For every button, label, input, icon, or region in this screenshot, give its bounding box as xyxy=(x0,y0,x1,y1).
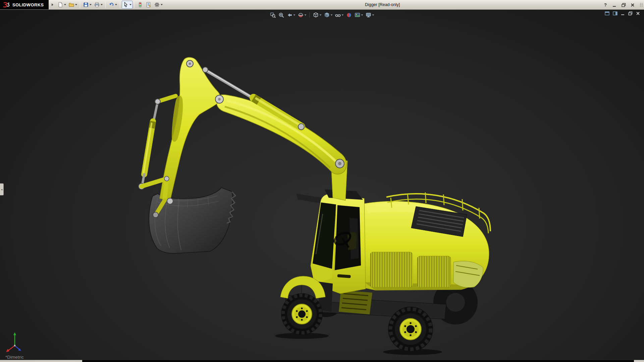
zoom-to-area-button[interactable] xyxy=(278,12,285,18)
rebuild-button[interactable] xyxy=(136,1,144,9)
options-button[interactable] xyxy=(153,1,164,9)
headsup-view-toolbar xyxy=(270,12,375,18)
titlebar: SOLIDWORKS xyxy=(0,0,644,10)
print-dropdown-icon[interactable] xyxy=(101,4,103,5)
doc-restore-button[interactable] xyxy=(628,11,633,15)
doc-window-left-icon xyxy=(605,11,609,15)
file-properties-icon xyxy=(146,2,152,8)
toolbar-separator xyxy=(120,2,120,8)
brand-text: SOLIDWORKS xyxy=(12,2,44,7)
select-dropdown-icon[interactable] xyxy=(129,4,131,5)
previous-view-dropdown-icon[interactable] xyxy=(293,14,296,16)
undo-icon xyxy=(108,2,114,8)
side-grille-left[interactable] xyxy=(370,252,413,287)
bottom-scrollbar[interactable] xyxy=(0,360,644,362)
view-orientation-icon xyxy=(313,12,319,18)
view-orientation-label: *Dimetric xyxy=(5,355,24,360)
side-grille-right[interactable] xyxy=(417,256,451,287)
window-title: Digger [Read-only] xyxy=(365,2,400,7)
zoom-to-area-icon xyxy=(278,12,284,18)
collapse-arrow-icon: ◂ xyxy=(1,188,2,191)
view-settings-icon xyxy=(366,12,372,18)
new-document-button[interactable] xyxy=(56,1,67,9)
doc-minimize-button[interactable] xyxy=(621,11,625,15)
cab-roof-visor[interactable] xyxy=(297,194,321,203)
display-style-button[interactable] xyxy=(324,12,333,18)
doc-close-button[interactable] xyxy=(636,11,640,15)
digger-stick[interactable] xyxy=(160,57,223,201)
rebuild-icon xyxy=(137,2,143,8)
toolbar-expand-icon[interactable] xyxy=(52,3,53,6)
rear-window[interactable] xyxy=(453,261,483,288)
digger-model[interactable] xyxy=(0,10,644,360)
display-style-icon xyxy=(324,12,330,18)
apply-scene-button[interactable] xyxy=(354,12,364,18)
hide-show-items-dropdown-icon[interactable] xyxy=(342,14,344,16)
toolbar-separator xyxy=(105,2,106,8)
bottom-scrollbar-thumb-left[interactable] xyxy=(0,360,82,362)
zoom-to-fit-icon xyxy=(270,12,276,18)
hide-show-items-button[interactable] xyxy=(335,12,344,18)
view-orientation-button[interactable] xyxy=(313,12,322,18)
bottom-scrollbar-thumb-right[interactable] xyxy=(634,360,644,362)
digger-body[interactable] xyxy=(363,192,490,290)
view-orientation-dropdown-icon[interactable] xyxy=(320,14,322,16)
select-button[interactable] xyxy=(122,1,132,9)
apply-scene-dropdown-icon[interactable] xyxy=(361,14,363,16)
new-document-dropdown-icon[interactable] xyxy=(64,4,66,5)
view-settings-dropdown-icon[interactable] xyxy=(372,14,374,16)
view-settings-button[interactable] xyxy=(365,12,375,18)
graphics-viewport[interactable]: ◂ *Dimetric xyxy=(0,10,644,360)
print-icon xyxy=(94,2,100,8)
zoom-to-fit-button[interactable] xyxy=(270,12,276,18)
doc-restore-icon xyxy=(628,11,633,15)
open-document-icon xyxy=(68,2,74,8)
headsup-separator xyxy=(310,12,310,18)
digger-boom[interactable] xyxy=(216,95,346,174)
document-window-controls xyxy=(605,11,640,15)
print-button[interactable] xyxy=(93,1,104,9)
doc-minimize-icon xyxy=(621,11,625,15)
orientation-triad xyxy=(3,331,28,353)
bucket-pin[interactable] xyxy=(167,198,173,204)
undo-button[interactable] xyxy=(107,1,118,9)
close-button[interactable] xyxy=(630,2,635,8)
edit-appearance-button[interactable] xyxy=(346,12,353,18)
open-document-dropdown-icon[interactable] xyxy=(75,4,77,5)
doc-window-left-button[interactable] xyxy=(605,11,609,15)
hide-show-items-glasses-icon xyxy=(335,12,341,18)
save-button[interactable] xyxy=(82,1,93,9)
save-dropdown-icon[interactable] xyxy=(90,4,92,5)
minimize-icon xyxy=(612,3,616,7)
options-dropdown-icon[interactable] xyxy=(161,4,163,5)
restore-icon xyxy=(622,3,626,7)
section-view-icon xyxy=(298,12,304,18)
triad-z-axis xyxy=(15,346,21,351)
previous-view-icon xyxy=(287,12,293,18)
apply-scene-icon xyxy=(355,12,361,18)
minimize-button[interactable] xyxy=(612,2,617,8)
doc-close-icon xyxy=(636,11,640,15)
feature-panel-collapse-tab[interactable]: ◂ xyxy=(0,183,4,195)
toolbar-separator xyxy=(80,2,80,8)
doc-window-right-button[interactable] xyxy=(613,11,618,15)
digger-rear-wheel[interactable] xyxy=(388,307,433,352)
restore-button[interactable] xyxy=(621,2,626,8)
triad-y-axis xyxy=(13,332,16,346)
section-view-button[interactable] xyxy=(298,12,307,18)
window-grip[interactable] xyxy=(640,3,643,7)
solidworks-logo[interactable]: SOLIDWORKS xyxy=(0,0,49,9)
undo-dropdown-icon[interactable] xyxy=(115,4,117,5)
help-button[interactable]: ? xyxy=(603,2,608,8)
open-document-button[interactable] xyxy=(67,1,78,9)
select-cursor-icon xyxy=(123,2,129,8)
triad-x-axis xyxy=(6,346,15,352)
previous-view-button[interactable] xyxy=(286,12,296,18)
file-properties-button[interactable] xyxy=(145,1,153,9)
digger-front-wheel[interactable] xyxy=(281,293,323,335)
edit-appearance-ball-icon xyxy=(346,12,352,18)
close-icon xyxy=(631,3,635,7)
display-style-dropdown-icon[interactable] xyxy=(331,14,333,16)
section-view-dropdown-icon[interactable] xyxy=(305,14,307,16)
new-document-icon xyxy=(57,2,63,8)
